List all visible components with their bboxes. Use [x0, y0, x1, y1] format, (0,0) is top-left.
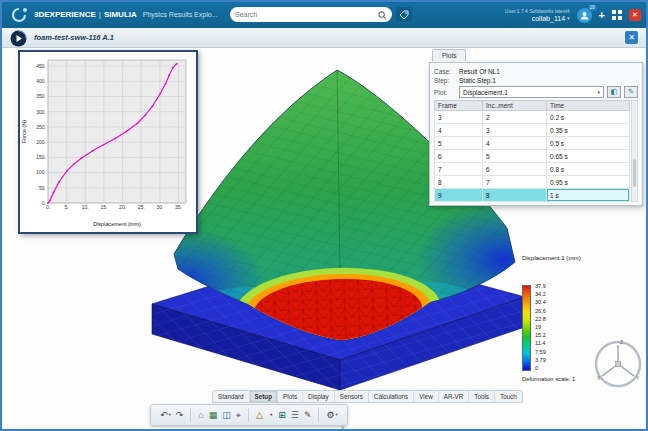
svg-text:Y: Y — [636, 375, 640, 381]
user-avatar[interactable]: 10 — [577, 8, 592, 23]
svg-text:0.: 0. — [46, 204, 50, 210]
table-row[interactable]: 650.65 s — [435, 150, 630, 163]
app-title: Physics Results Explo... — [143, 11, 218, 18]
section-view-icon[interactable]: ◫ — [222, 410, 231, 420]
legend-value: 15.2 — [535, 332, 546, 338]
tab-plots[interactable]: Plots — [278, 391, 303, 402]
svg-text:25.: 25. — [138, 204, 145, 210]
table-cell[interactable]: 8 — [483, 189, 547, 202]
table-cell[interactable]: 2 — [483, 111, 547, 124]
svg-text:35.: 35. — [175, 204, 182, 210]
tab-standard[interactable]: Standard — [213, 391, 250, 402]
3d-viewport[interactable]: 0.5.10.15.20.25.30.35.0.50.100.150.200.2… — [2, 48, 646, 429]
table-cell[interactable]: 0.8 s — [547, 163, 630, 176]
edit-icon[interactable]: ✎ — [304, 410, 312, 420]
plot-select[interactable]: Displacement.1 ▾ — [459, 86, 604, 98]
tab-sensors[interactable]: Sensors — [335, 391, 369, 402]
collab-space-selector[interactable]: collab_114 ▾ — [532, 15, 570, 22]
tab-display[interactable]: Display — [303, 391, 335, 402]
table-cell[interactable]: 4 — [483, 137, 547, 150]
table-cell[interactable]: 6 — [483, 163, 547, 176]
case-label: Case: — [434, 68, 456, 75]
table-cell[interactable]: 5 — [435, 137, 483, 150]
mesh-display-icon[interactable]: ▦ — [209, 410, 218, 420]
search-box[interactable] — [230, 7, 392, 22]
table-cell[interactable]: 1 s — [547, 189, 630, 202]
search-icon[interactable] — [378, 6, 387, 24]
table-cell[interactable]: 3 — [435, 111, 483, 124]
calculations-icon[interactable]: ⊞ — [278, 410, 286, 420]
frames-table: FrameInc..mentTime 320.2 s430.35 s540.5 … — [434, 100, 630, 202]
table-cell[interactable]: 0.5 s — [547, 137, 630, 150]
case-value: Result Of NL1 — [459, 68, 500, 75]
suite-name: SIMULIA — [104, 10, 137, 19]
legend-value: 19 — [535, 324, 546, 330]
close-view-button[interactable]: ✕ — [625, 31, 638, 44]
tab-ar-vr[interactable]: AR-VR — [439, 391, 470, 402]
edit-plot-icon[interactable]: ✎ — [624, 86, 638, 98]
tab-calculations[interactable]: Calculations — [369, 391, 414, 402]
document-title-tab[interactable]: foam-test-sww-116 A.1 — [34, 33, 114, 42]
svg-text:450.: 450. — [36, 63, 46, 69]
svg-text:250.: 250. — [36, 124, 46, 130]
table-cell[interactable]: 7 — [435, 163, 483, 176]
table-cell[interactable]: 7 — [483, 176, 547, 189]
redo-icon[interactable]: ↷ — [176, 410, 184, 420]
svg-text:10.: 10. — [82, 204, 89, 210]
svg-text:15.: 15. — [100, 204, 107, 210]
column-header[interactable]: Frame — [435, 101, 483, 111]
collapse-toolbar-chevron[interactable]: ∨ — [340, 424, 345, 429]
svg-text:5.: 5. — [65, 204, 69, 210]
ribbon-tabs: StandardSetupPlotsDisplaySensorsCalculat… — [212, 390, 523, 403]
app-window: 3DEXPERIENCE | SIMULIA Physics Results E… — [0, 0, 648, 431]
legend-value: 3.79 — [535, 357, 546, 363]
table-cell[interactable]: 0.65 s — [547, 150, 630, 163]
table-cell[interactable]: 6 — [435, 150, 483, 163]
search-input[interactable] — [235, 11, 367, 18]
table-cell[interactable]: 8 — [435, 176, 483, 189]
deformation-scale-label: Deformation scale: 1 — [522, 376, 581, 382]
table-cell[interactable]: 4 — [435, 124, 483, 137]
plot-icon[interactable]: ◔ — [268, 410, 273, 420]
tab-view[interactable]: View — [414, 391, 439, 402]
table-row[interactable]: 320.2 s — [435, 111, 630, 124]
scrollbar-thumb[interactable] — [633, 159, 636, 187]
settings-icon[interactable]: ⚙▾ — [326, 410, 337, 420]
plots-panel: Plots Case: Result Of NL1 Step: Static S… — [429, 48, 643, 206]
plots-panel-tab[interactable]: Plots — [432, 49, 466, 61]
top-bar: 3DEXPERIENCE | SIMULIA Physics Results E… — [2, 2, 646, 28]
table-cell[interactable]: 0.95 s — [547, 176, 630, 189]
table-row[interactable]: 981 s — [435, 189, 630, 202]
close-app-button[interactable]: ✕ — [629, 9, 641, 21]
svg-text:400.: 400. — [36, 78, 46, 84]
probe-icon[interactable]: ⌖ — [236, 410, 241, 420]
home-view-icon[interactable]: ⌂ — [198, 410, 203, 420]
tab-touch[interactable]: Touch — [495, 391, 522, 402]
view-axis-triad[interactable]: Z X Y — [590, 336, 646, 396]
table-cell[interactable]: 3 — [483, 124, 547, 137]
table-scrollbar[interactable] — [631, 100, 638, 202]
column-header[interactable]: Inc..ment — [483, 101, 547, 111]
tab-tools[interactable]: Tools — [469, 391, 495, 402]
add-icon[interactable]: + — [599, 10, 605, 21]
apps-grid-icon[interactable] — [612, 6, 622, 24]
measure-icon[interactable]: △ — [256, 410, 263, 420]
tab-setup[interactable]: Setup — [250, 391, 279, 402]
legend-value: 22.8 — [535, 316, 546, 322]
chevron-down-icon: ▾ — [336, 410, 338, 420]
table-cell[interactable]: 5 — [483, 150, 547, 163]
table-cell[interactable]: 0.2 s — [547, 111, 630, 124]
table-row[interactable]: 870.95 s — [435, 176, 630, 189]
table-row[interactable]: 430.35 s — [435, 124, 630, 137]
report-icon[interactable]: ☰ — [291, 410, 299, 420]
table-cell[interactable]: 9 — [435, 189, 483, 202]
table-row[interactable]: 540.5 s — [435, 137, 630, 150]
tag-icon[interactable] — [396, 7, 412, 22]
undo-icon[interactable]: ↶▾ — [160, 410, 171, 420]
force-displacement-chart-window[interactable]: 0.5.10.15.20.25.30.35.0.50.100.150.200.2… — [18, 50, 198, 234]
table-row[interactable]: 760.8 s — [435, 163, 630, 176]
3dexperience-compass-icon[interactable] — [10, 30, 27, 51]
table-cell[interactable]: 0.35 s — [547, 124, 630, 137]
column-header[interactable]: Time — [547, 101, 630, 111]
contour-plot-icon[interactable]: ◧ — [607, 86, 621, 98]
